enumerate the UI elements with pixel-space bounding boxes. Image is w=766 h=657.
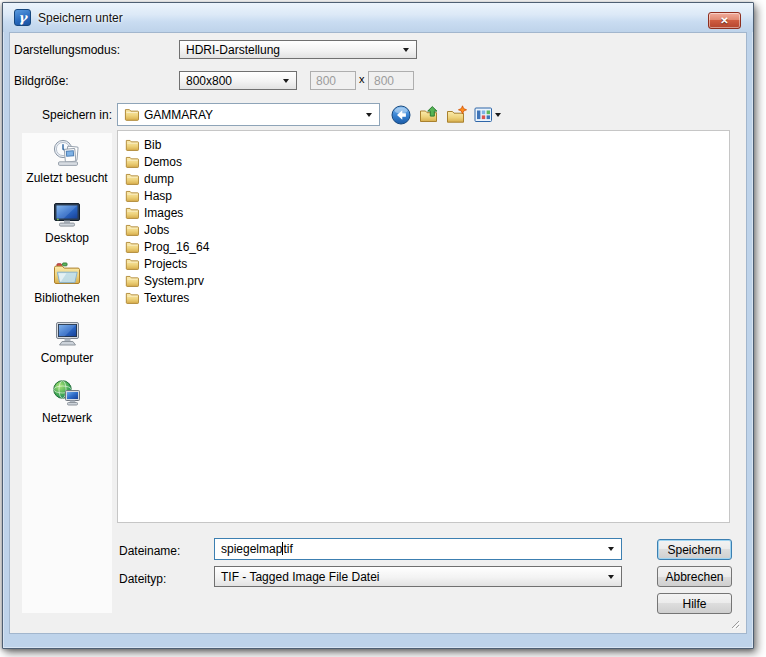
desktop-icon	[51, 198, 83, 230]
sidebar-item-label: Netzwerk	[42, 411, 92, 425]
sidebar-item-recent-places[interactable]: Zuletzt besucht	[22, 138, 112, 185]
app-icon: γ	[14, 9, 31, 26]
chevron-down-icon	[495, 113, 501, 117]
list-item[interactable]: Prog_16_64	[118, 238, 729, 255]
save-in-combobox[interactable]: GAMMARAY	[117, 103, 380, 126]
folder-name: Jobs	[144, 223, 169, 237]
folder-name: dump	[144, 172, 174, 186]
network-icon	[51, 378, 83, 410]
sidebar-item-label: Zuletzt besucht	[26, 171, 107, 185]
folder-name: Projects	[144, 257, 187, 271]
folder-icon	[125, 206, 139, 220]
places-sidebar: Zuletzt besucht Desktop	[22, 133, 112, 613]
chevron-down-icon	[608, 547, 614, 551]
folder-name: Hasp	[144, 189, 172, 203]
chevron-down-icon	[366, 113, 372, 117]
folder-icon	[125, 274, 139, 288]
cancel-button[interactable]: Abbrechen	[657, 566, 732, 587]
filetype-combobox[interactable]: TIF - Tagged Image File Datei	[214, 566, 622, 587]
sidebar-item-label: Computer	[41, 351, 94, 365]
close-button[interactable]: ✕	[708, 12, 741, 29]
folder-icon	[125, 172, 139, 186]
filename-value: spiegelmaptif	[221, 542, 293, 556]
help-button[interactable]: Hilfe	[657, 593, 732, 614]
sidebar-item-libraries[interactable]: Bibliotheken	[22, 258, 112, 305]
save-button[interactable]: Speichern	[657, 539, 732, 560]
recent-places-icon	[51, 138, 83, 170]
list-item[interactable]: Textures	[118, 289, 729, 306]
computer-icon	[51, 318, 83, 350]
chevron-down-icon	[403, 48, 409, 52]
folder-name: Textures	[144, 291, 189, 305]
list-item[interactable]: Hasp	[118, 187, 729, 204]
image-size-label: Bildgröße:	[14, 74, 69, 88]
sidebar-item-network[interactable]: Netzwerk	[22, 378, 112, 425]
sidebar-item-desktop[interactable]: Desktop	[22, 198, 112, 245]
libraries-icon	[51, 258, 83, 290]
list-item[interactable]: Projects	[118, 255, 729, 272]
back-button[interactable]	[390, 104, 412, 125]
image-width-field: 800	[310, 71, 356, 90]
list-item[interactable]: dump	[118, 170, 729, 187]
list-item[interactable]: Demos	[118, 153, 729, 170]
display-mode-combobox[interactable]: HDRI-Darstellung	[179, 40, 417, 59]
folder-name: System.prv	[144, 274, 204, 288]
title-bar: γ Speichern unter ✕	[3, 3, 753, 32]
size-separator: x	[359, 73, 365, 85]
image-size-value: 800x800	[186, 74, 232, 88]
save-as-dialog: γ Speichern unter ✕ Darstellungsmodus: H…	[2, 2, 754, 649]
up-one-level-button[interactable]	[418, 104, 440, 125]
list-item[interactable]: System.prv	[118, 272, 729, 289]
folder-icon	[125, 240, 139, 254]
image-size-combobox[interactable]: 800x800	[179, 71, 297, 90]
filename-input[interactable]: spiegelmaptif	[214, 538, 622, 560]
file-list: Bib Demos dump	[117, 130, 730, 523]
up-folder-icon	[419, 105, 440, 125]
resize-grip[interactable]	[731, 620, 741, 630]
folder-icon	[125, 257, 139, 271]
list-item[interactable]: Images	[118, 204, 729, 221]
folder-name: Images	[144, 206, 183, 220]
navigation-toolbar	[390, 104, 501, 125]
window-title: Speichern unter	[38, 11, 123, 25]
back-arrow-icon	[391, 105, 411, 125]
view-menu-icon	[474, 107, 493, 123]
folder-name: Demos	[144, 155, 182, 169]
sidebar-item-label: Desktop	[45, 231, 89, 245]
view-menu-button[interactable]	[474, 104, 501, 125]
new-folder-button[interactable]	[446, 104, 468, 125]
folder-icon	[125, 291, 139, 305]
image-height-field: 800	[368, 71, 414, 90]
dialog-body: Darstellungsmodus: HDRI-Darstellung Bild…	[9, 32, 747, 634]
sidebar-item-label: Bibliotheken	[34, 291, 99, 305]
chevron-down-icon	[608, 575, 614, 579]
folder-name: Prog_16_64	[144, 240, 209, 254]
folder-icon	[125, 223, 139, 237]
list-item[interactable]: Bib	[118, 136, 729, 153]
save-in-value: GAMMARAY	[144, 108, 213, 122]
chevron-down-icon	[283, 79, 289, 83]
display-mode-value: HDRI-Darstellung	[186, 43, 280, 57]
folder-icon	[125, 155, 139, 169]
filetype-label: Dateityp:	[119, 572, 166, 586]
folder-name: Bib	[144, 138, 161, 152]
folder-icon	[124, 107, 139, 122]
save-in-label: Speichern in:	[14, 108, 112, 122]
sidebar-item-computer[interactable]: Computer	[22, 318, 112, 365]
folder-icon	[125, 138, 139, 152]
folder-icon	[125, 189, 139, 203]
filename-label: Dateiname:	[119, 544, 180, 558]
list-item[interactable]: Jobs	[118, 221, 729, 238]
new-folder-icon	[446, 105, 468, 125]
filetype-value: TIF - Tagged Image File Datei	[221, 570, 380, 584]
display-mode-label: Darstellungsmodus:	[14, 43, 120, 57]
